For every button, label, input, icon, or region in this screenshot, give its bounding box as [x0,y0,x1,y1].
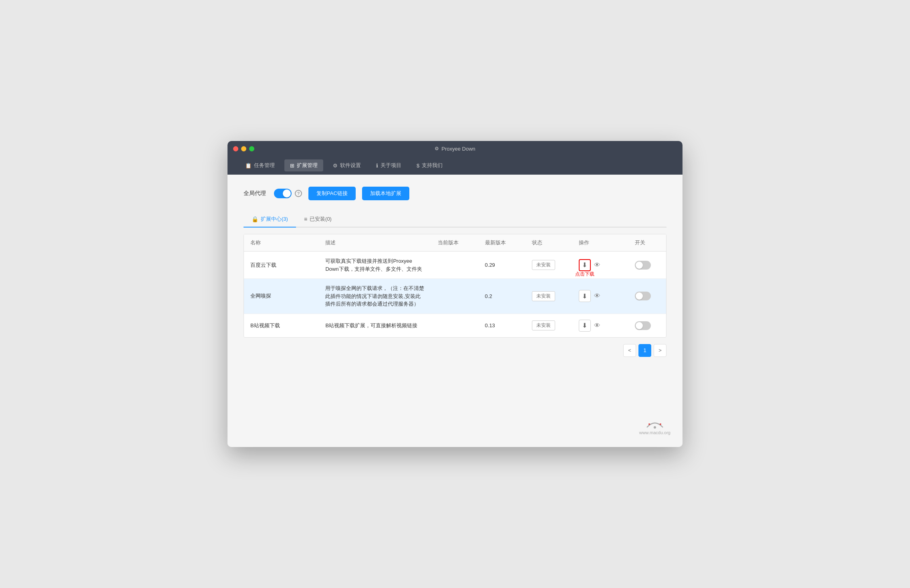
gear-icon: ⚙ [435,146,439,151]
store-icon: 🔒 [252,216,258,222]
pagination: < 1 > [244,338,666,363]
info-icon: ℹ [376,163,378,169]
main-content: 全局代理 ? 复制PAC链接 加载本地扩展 🔒 扩展中心(3) ≡ 已安装(0) [228,175,682,447]
load-local-button[interactable]: 加载本地扩展 [362,187,409,200]
col-cur-ver: 当前版本 [431,234,478,252]
svg-point-2 [660,423,661,425]
cell-cur-ver-0 [431,252,478,279]
cell-action-0: ⬇ 点击下载 👁 [572,252,629,279]
table-header-row: 名称 描述 当前版本 最新版本 状态 操作 开关 [244,234,666,252]
proxy-label: 全局代理 [244,190,266,197]
titlebar: ⚙ Proxyee Down [228,141,682,156]
window-title: ⚙ Proxyee Down [435,146,475,152]
toggle-wrap: ? [274,189,302,198]
watermark: www.macdu.org [639,417,670,435]
nav-support[interactable]: $ 支持我们 [411,159,448,171]
cell-desc-2: B站视频下载扩展，可直接解析视频链接 [319,314,431,337]
status-badge-2: 未安装 [532,320,555,330]
cell-status-1: 未安装 [525,279,572,314]
download-button-0[interactable]: ⬇ 点击下载 [579,259,591,271]
nav-about[interactable]: ℹ 关于项目 [370,159,407,171]
page-1-button[interactable]: 1 [638,344,651,357]
download-button-1[interactable]: ⬇ [579,290,591,302]
tab-installed[interactable]: ≡ 已安装(0) [296,211,340,228]
status-badge-0: 未安装 [532,260,555,270]
col-name: 名称 [244,234,319,252]
tab-store[interactable]: 🔒 扩展中心(3) [244,211,296,228]
nav-settings[interactable]: ⚙ 软件设置 [327,159,366,171]
col-action: 操作 [572,234,629,252]
eye-button-0[interactable]: 👁 [594,262,600,269]
settings-icon: ⚙ [333,163,338,169]
tabs: 🔒 扩展中心(3) ≡ 已安装(0) [244,211,666,228]
action-buttons-2: ⬇ 👁 [579,320,622,332]
cell-latest-1: 0.2 [479,279,525,314]
cell-desc-1: 用于嗅探全网的下载请求，（注：在不清楚此插件功能的情况下请勿随意安装,安装此插件… [319,279,431,314]
next-page-button[interactable]: > [654,344,666,357]
cell-cur-ver-1 [431,279,478,314]
logo-arc [639,417,670,429]
copy-pac-button[interactable]: 复制PAC链接 [308,187,356,200]
cell-status-0: 未安装 [525,252,572,279]
window-controls [233,146,254,151]
navbar: 📋 任务管理 ⊞ 扩展管理 ⚙ 软件设置 ℹ 关于项目 $ 支持我们 [228,156,682,175]
extension-icon: ⊞ [290,163,294,169]
eye-button-1[interactable]: 👁 [594,292,600,300]
cell-status-2: 未安装 [525,314,572,337]
col-switch: 开关 [628,234,666,252]
cell-switch-1 [628,279,666,314]
cell-switch-0 [628,252,666,279]
cell-cur-ver-2 [431,314,478,337]
cell-latest-2: 0.13 [479,314,525,337]
help-icon[interactable]: ? [295,190,302,197]
status-badge-1: 未安装 [532,291,555,301]
download-label-0: 点击下载 [575,271,594,278]
close-button[interactable] [233,146,238,151]
switch-0[interactable] [635,261,651,270]
task-icon: 📋 [245,163,252,169]
extension-table: 名称 描述 当前版本 最新版本 状态 操作 开关 百度云下载 可获取真实下载链接… [244,234,666,338]
cell-name-0: 百度云下载 [244,252,319,279]
table-row: 百度云下载 可获取真实下载链接并推送到Proxyee Down下载，支持单文件、… [244,252,666,279]
maximize-button[interactable] [249,146,254,151]
action-buttons-1: ⬇ 👁 [579,290,622,302]
cell-switch-2 [628,314,666,337]
cell-name-1: 全网嗅探 [244,279,319,314]
cell-action-2: ⬇ 👁 [572,314,629,337]
svg-point-1 [648,423,650,425]
cell-action-1: ⬇ 👁 [572,279,629,314]
download-button-2[interactable]: ⬇ [579,320,591,332]
switch-2[interactable] [635,321,651,330]
table-row: B站视频下载 B站视频下载扩展，可直接解析视频链接 0.13 未安装 ⬇ 👁 [244,314,666,337]
cell-latest-0: 0.29 [479,252,525,279]
col-status: 状态 [525,234,572,252]
svg-point-0 [654,426,656,429]
proxy-toggle[interactable] [274,189,292,198]
prev-page-button[interactable]: < [623,344,636,357]
installed-icon: ≡ [304,216,307,222]
cell-name-2: B站视频下载 [244,314,319,337]
col-desc: 描述 [319,234,431,252]
toolbar: 全局代理 ? 复制PAC链接 加载本地扩展 [244,187,666,200]
dollar-icon: $ [417,163,419,169]
nav-task[interactable]: 📋 任务管理 [240,159,280,171]
switch-1[interactable] [635,292,651,300]
nav-extension[interactable]: ⊞ 扩展管理 [284,159,323,171]
eye-button-2[interactable]: 👁 [594,322,600,329]
table: 名称 描述 当前版本 最新版本 状态 操作 开关 百度云下载 可获取真实下载链接… [244,234,666,337]
minimize-button[interactable] [241,146,246,151]
action-buttons-0: ⬇ 点击下载 👁 [579,259,622,271]
cell-desc-0: 可获取真实下载链接并推送到Proxyee Down下载，支持单文件、多文件、文件… [319,252,431,279]
col-latest-ver: 最新版本 [479,234,525,252]
table-row: 全网嗅探 用于嗅探全网的下载请求，（注：在不清楚此插件功能的情况下请勿随意安装,… [244,279,666,314]
